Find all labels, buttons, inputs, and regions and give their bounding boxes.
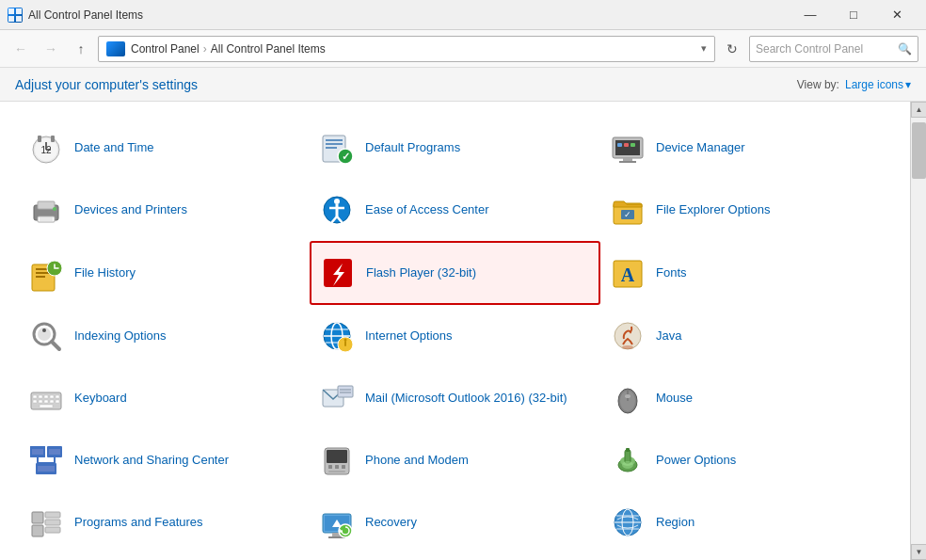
breadcrumb-icon xyxy=(106,41,125,56)
network-icon xyxy=(27,441,65,479)
scroll-thumb[interactable] xyxy=(912,122,926,179)
svg-rect-104 xyxy=(32,525,43,536)
item-ease-of-access[interactable]: Ease of Access Center xyxy=(310,179,600,241)
default-programs-icon: ✓ xyxy=(318,129,356,167)
title-bar: All Control Panel Items — □ ✕ xyxy=(0,0,926,30)
svg-rect-57 xyxy=(344,341,346,346)
item-fonts[interactable]: A Fonts xyxy=(600,241,891,305)
address-field[interactable]: Control Panel › All Control Panel Items … xyxy=(98,36,715,62)
svg-text:A: A xyxy=(621,264,635,285)
forward-button[interactable]: → xyxy=(38,36,64,62)
view-by-label: View by: xyxy=(797,78,839,91)
minimize-button[interactable]: — xyxy=(789,0,832,30)
close-button[interactable]: ✕ xyxy=(875,0,918,30)
mouse-icon xyxy=(609,379,647,417)
mail-icon xyxy=(318,379,356,417)
devices-printers-icon xyxy=(27,191,65,229)
recovery-label: Recovery xyxy=(365,515,417,531)
scroll-down-button[interactable]: ▼ xyxy=(911,544,926,560)
item-device-manager[interactable]: Device Manager xyxy=(600,117,891,179)
svg-point-102 xyxy=(622,461,633,469)
back-button[interactable]: ← xyxy=(8,36,34,62)
item-indexing[interactable]: Indexing Options xyxy=(19,305,310,367)
item-default-programs[interactable]: ✓ Default Programs xyxy=(310,117,600,179)
file-explorer-label: File Explorer Options xyxy=(656,202,770,218)
refresh-button[interactable]: ↻ xyxy=(719,36,745,62)
date-time-icon: 12 xyxy=(27,129,65,167)
up-button[interactable]: ↑ xyxy=(68,36,94,62)
svg-rect-65 xyxy=(50,395,54,398)
file-history-icon xyxy=(27,254,65,292)
svg-rect-10 xyxy=(51,136,55,142)
item-mail[interactable]: Mail (Microsoft Outlook 2016) (32-bit) xyxy=(310,367,600,429)
programs-features-icon xyxy=(27,504,65,541)
power-label: Power Options xyxy=(656,453,736,469)
scrollbar[interactable]: ▲ ▼ xyxy=(910,102,926,560)
item-file-history[interactable]: File History xyxy=(19,241,310,305)
svg-rect-97 xyxy=(328,471,345,472)
flash-player-icon xyxy=(319,254,357,292)
search-box[interactable]: Search Control Panel 🔍 xyxy=(749,36,918,62)
file-history-label: File History xyxy=(74,265,136,281)
svg-point-60 xyxy=(622,345,633,349)
svg-rect-107 xyxy=(45,527,60,533)
item-recovery[interactable]: Recovery xyxy=(310,491,600,553)
item-programs-features[interactable]: Programs and Features xyxy=(19,491,310,553)
item-devices-printers[interactable]: Devices and Printers xyxy=(19,179,310,241)
svg-rect-74 xyxy=(338,386,353,397)
address-dropdown-icon[interactable]: ▾ xyxy=(701,42,707,55)
fonts-icon: A xyxy=(609,254,647,292)
date-time-label: Date and Time xyxy=(74,140,154,156)
view-by-control: View by: Large icons ▾ xyxy=(797,78,911,91)
view-by-arrow: ▾ xyxy=(905,78,911,91)
svg-rect-69 xyxy=(44,400,48,403)
breadcrumb-separator: › xyxy=(203,42,207,56)
item-keyboard[interactable]: Keyboard xyxy=(19,367,310,429)
svg-rect-9 xyxy=(38,136,41,142)
item-internet-options[interactable]: Internet Options xyxy=(310,305,600,367)
item-phone-modem[interactable]: Phone and Modem xyxy=(310,429,600,491)
item-file-explorer[interactable]: ✓ File Explorer Options xyxy=(600,179,891,241)
svg-rect-95 xyxy=(335,465,339,469)
view-by-dropdown[interactable]: Large icons ▾ xyxy=(845,78,911,91)
keyboard-icon xyxy=(27,379,65,417)
svg-rect-19 xyxy=(623,158,632,161)
ease-of-access-label: Ease of Access Center xyxy=(365,202,489,218)
svg-rect-100 xyxy=(625,450,631,463)
devices-printers-label: Devices and Printers xyxy=(74,202,187,218)
phone-modem-label: Phone and Modem xyxy=(365,453,469,469)
svg-rect-2 xyxy=(8,16,14,22)
breadcrumb-panel: Control Panel xyxy=(131,42,200,56)
java-icon xyxy=(609,317,647,355)
svg-rect-21 xyxy=(617,143,622,147)
window-controls: — □ ✕ xyxy=(789,0,918,30)
svg-point-28 xyxy=(53,207,56,211)
svg-point-59 xyxy=(615,323,641,349)
item-date-time[interactable]: 12 Date and Time xyxy=(19,117,310,179)
svg-rect-23 xyxy=(631,143,635,147)
breadcrumb-current: All Control Panel Items xyxy=(211,42,326,56)
item-network[interactable]: Network and Sharing Center xyxy=(19,429,310,491)
item-region[interactable]: Region xyxy=(600,491,891,553)
svg-rect-63 xyxy=(39,395,42,398)
item-java[interactable]: Java xyxy=(600,305,891,367)
java-label: Java xyxy=(656,328,681,344)
item-flash-player[interactable]: Flash Player (32-bit) xyxy=(310,241,600,305)
toolbar: Adjust your computer's settings View by:… xyxy=(0,68,926,102)
svg-point-50 xyxy=(42,328,46,332)
item-power[interactable]: Power Options xyxy=(600,429,891,491)
svg-rect-68 xyxy=(39,400,42,403)
svg-rect-72 xyxy=(40,405,53,408)
region-label: Region xyxy=(656,515,694,531)
view-by-value: Large icons xyxy=(845,78,903,91)
app-icon xyxy=(8,8,23,23)
main-content: 12 Date and Time xyxy=(0,102,926,560)
item-mouse[interactable]: Mouse xyxy=(600,367,891,429)
items-area: 12 Date and Time xyxy=(0,102,910,560)
scroll-up-button[interactable]: ▲ xyxy=(911,102,926,118)
internet-options-label: Internet Options xyxy=(365,328,453,344)
items-grid: 12 Date and Time xyxy=(19,117,891,553)
svg-rect-14 xyxy=(326,147,337,149)
svg-rect-70 xyxy=(50,400,54,403)
maximize-button[interactable]: □ xyxy=(832,0,875,30)
